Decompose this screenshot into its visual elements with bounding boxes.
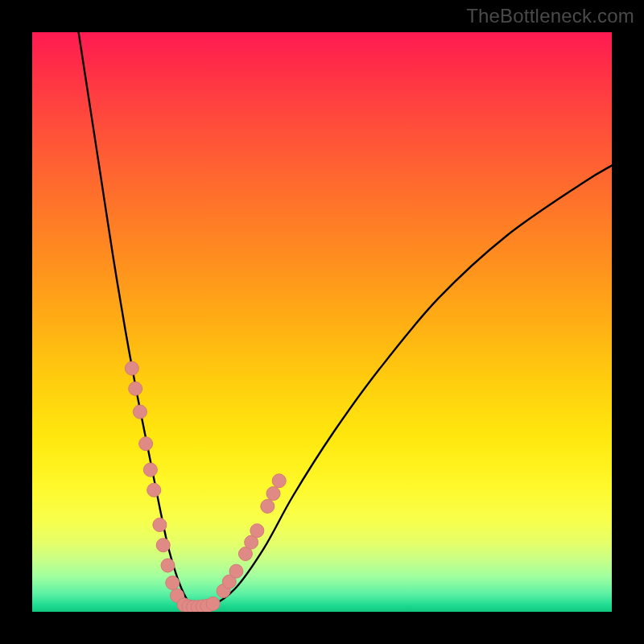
data-marker [139, 437, 153, 451]
data-marker [206, 597, 220, 610]
data-marker [125, 361, 138, 375]
data-marker [166, 576, 180, 590]
data-marker [129, 382, 142, 395]
data-marker [272, 474, 286, 488]
data-marker [229, 564, 243, 578]
data-marker [143, 463, 157, 477]
attribution-label: TheBottleneck.com [466, 5, 634, 27]
data-marker [250, 524, 264, 538]
data-marker [133, 405, 147, 419]
chart-svg [32, 32, 612, 612]
data-marker [156, 539, 170, 552]
data-marker [161, 559, 175, 572]
data-markers [125, 361, 286, 612]
data-marker [266, 487, 280, 501]
plot-area [32, 32, 612, 612]
data-marker [147, 483, 161, 497]
data-marker [261, 499, 275, 513]
chart-stage: TheBottleneck.com [0, 0, 644, 644]
data-marker [153, 518, 167, 532]
